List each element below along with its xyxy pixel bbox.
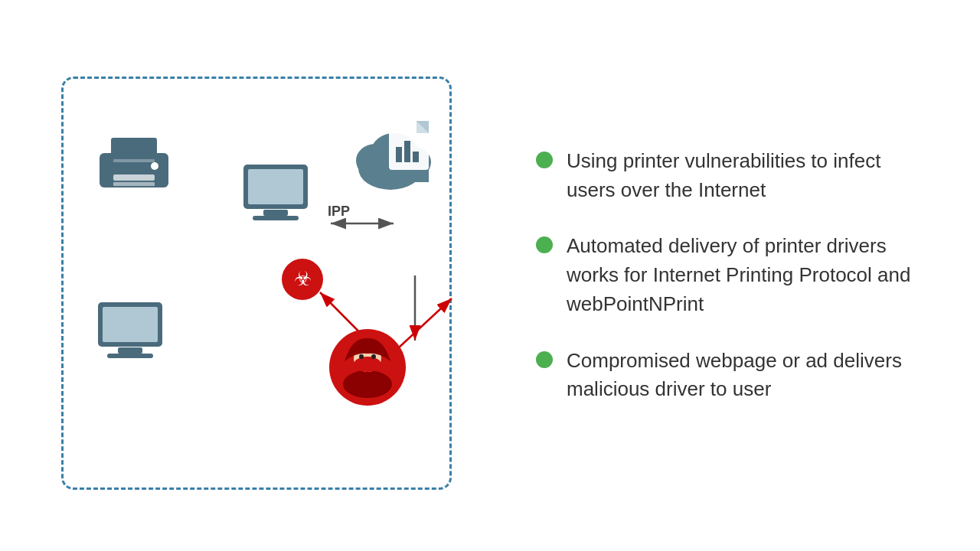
bullet-text-2: Automated delivery of printer drivers wo… <box>567 232 934 318</box>
cloud-doc-icon <box>352 107 459 199</box>
svg-rect-12 <box>113 159 155 162</box>
svg-rect-29 <box>396 147 402 162</box>
svg-rect-18 <box>248 169 303 204</box>
svg-point-37 <box>354 357 381 372</box>
svg-rect-9 <box>113 174 155 181</box>
bullet-item-3: Compromised webpage or ad delivers malic… <box>536 347 934 404</box>
svg-rect-30 <box>404 141 410 162</box>
bullet-dot-1 <box>536 152 553 168</box>
hacker-icon <box>329 329 406 409</box>
svg-rect-31 <box>413 152 419 162</box>
svg-point-38 <box>359 354 364 359</box>
bullet-item-1: Using printer vulnerabilities to infect … <box>536 147 934 204</box>
svg-rect-16 <box>107 354 153 358</box>
svg-point-11 <box>151 162 158 170</box>
svg-text:☣: ☣ <box>294 267 312 290</box>
printer-icon <box>92 130 176 199</box>
bullet-dot-3 <box>536 351 553 368</box>
bullet-dot-2 <box>536 236 553 253</box>
computer-icon-center <box>237 161 314 230</box>
biohazard-icon: ☣ <box>282 259 323 300</box>
ipp-label: IPP <box>328 204 350 220</box>
svg-rect-10 <box>113 182 155 186</box>
diagram-area: IPP <box>46 54 490 497</box>
bullet-item-2: Automated delivery of printer drivers wo… <box>536 232 934 318</box>
svg-rect-19 <box>263 210 288 216</box>
svg-rect-15 <box>118 347 142 354</box>
slide: IPP <box>0 0 980 551</box>
bullet-text-3: Compromised webpage or ad delivers malic… <box>567 347 934 404</box>
computer-icon-left <box>92 298 168 367</box>
svg-point-39 <box>371 354 376 359</box>
bullet-text-1: Using printer vulnerabilities to infect … <box>567 147 934 204</box>
svg-rect-20 <box>253 216 299 220</box>
bullet-list: Using printer vulnerabilities to infect … <box>490 147 934 404</box>
svg-rect-14 <box>103 307 158 342</box>
svg-point-35 <box>343 370 392 398</box>
svg-rect-8 <box>111 138 157 156</box>
